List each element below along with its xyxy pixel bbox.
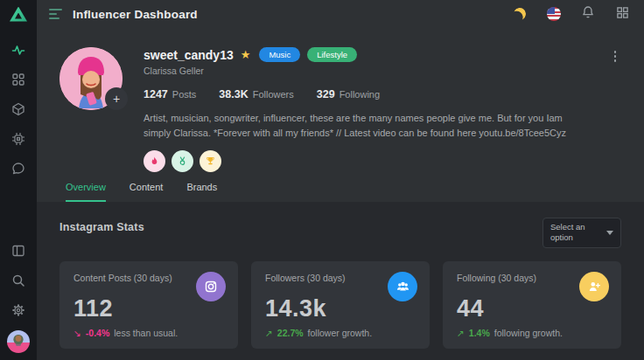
card-footer: ↘ -0.4% less than usual. bbox=[74, 328, 178, 338]
flame-badge-icon bbox=[144, 150, 165, 172]
app-root: Influencer Dashboard bbox=[0, 0, 644, 360]
user-avatar[interactable] bbox=[7, 330, 30, 353]
sidebar-item-activity[interactable] bbox=[0, 37, 37, 66]
sidebar-nav bbox=[0, 37, 37, 185]
medal-badge-icon bbox=[172, 150, 193, 172]
layout-panel-icon bbox=[11, 244, 25, 261]
chat-bubble-icon bbox=[11, 162, 25, 179]
stat-posts-value: 1247 bbox=[144, 88, 168, 100]
stat-followers-value: 38.3K bbox=[219, 88, 248, 100]
change-value: 22.7% bbox=[277, 328, 304, 338]
stat-followers: 38.3K Followers bbox=[219, 88, 293, 100]
main-area: Influencer Dashboard bbox=[37, 0, 644, 360]
star-icon: ★ bbox=[241, 48, 251, 61]
trend-down-icon: ↘ bbox=[74, 328, 81, 338]
bell-icon bbox=[581, 5, 595, 23]
option-select[interactable]: Select an option bbox=[542, 218, 621, 248]
notifications-button[interactable] bbox=[580, 6, 596, 22]
stat-following-label: Following bbox=[340, 89, 380, 100]
option-select-value: Select an option bbox=[550, 222, 599, 244]
triangle-logo-icon bbox=[10, 7, 27, 22]
sidebar bbox=[0, 0, 37, 360]
sidebar-item-messages[interactable] bbox=[0, 156, 37, 185]
stat-following-value: 329 bbox=[317, 88, 335, 100]
profile-bio: Artist, musician, songwriter, influencer… bbox=[144, 111, 581, 141]
tag-music: Music bbox=[259, 47, 300, 62]
sidebar-item-settings[interactable] bbox=[0, 297, 37, 327]
profile-stats: 1247 Posts 38.3K Followers 329 Following bbox=[144, 88, 581, 100]
profile-menu-button[interactable] bbox=[609, 47, 622, 66]
trophy-badge-icon bbox=[200, 150, 221, 172]
tab-content[interactable]: Content bbox=[130, 182, 164, 202]
change-desc: following growth. bbox=[494, 328, 563, 338]
dark-mode-toggle[interactable] bbox=[512, 6, 528, 22]
profile-avatar-wrap: + bbox=[60, 47, 122, 110]
profile-name-row: sweet_candy13 ★ Music Lifestyle bbox=[144, 47, 581, 62]
card-value: 44 bbox=[457, 295, 607, 322]
full-name: Clarissa Geller bbox=[144, 66, 581, 76]
card-value: 112 bbox=[74, 295, 224, 322]
change-desc: less than usual. bbox=[114, 328, 178, 338]
activity-icon bbox=[11, 43, 25, 60]
change-value: 1.4% bbox=[469, 328, 490, 338]
profile-info: sweet_candy13 ★ Music Lifestyle Clarissa… bbox=[144, 47, 581, 172]
stat-following: 329 Following bbox=[317, 88, 380, 100]
stat-followers-label: Followers bbox=[253, 89, 294, 100]
sidebar-item-layout[interactable] bbox=[0, 238, 37, 267]
caret-down-icon bbox=[606, 231, 613, 235]
change-desc: follower growth. bbox=[308, 328, 373, 338]
sidebar-item-search[interactable] bbox=[0, 267, 37, 297]
cube-icon bbox=[11, 102, 25, 120]
card-footer: ↗ 1.4% following growth. bbox=[457, 328, 563, 338]
section-title: Instagram Stats bbox=[60, 221, 144, 233]
language-selector[interactable] bbox=[546, 6, 562, 22]
change-value: -0.4% bbox=[86, 328, 109, 338]
sidebar-item-integrations[interactable] bbox=[0, 126, 37, 156]
achievement-badges bbox=[144, 150, 581, 172]
tab-overview[interactable]: Overview bbox=[66, 182, 106, 202]
username: sweet_candy13 bbox=[144, 48, 234, 62]
people-group-icon bbox=[388, 272, 417, 301]
chip-icon bbox=[11, 132, 25, 149]
add-story-button[interactable]: + bbox=[105, 87, 128, 110]
sidebar-item-dashboard[interactable] bbox=[0, 66, 37, 96]
sidebar-bottom bbox=[0, 238, 37, 360]
app-logo[interactable] bbox=[0, 0, 37, 28]
top-bar: Influencer Dashboard bbox=[37, 0, 644, 28]
person-add-icon bbox=[579, 272, 609, 301]
search-icon bbox=[11, 273, 25, 291]
tab-bar: Overview Content Brands bbox=[37, 182, 644, 202]
stat-cards-row: Content Posts (30 days) 112 ↘ -0.4% less… bbox=[60, 261, 621, 349]
content-panel: Instagram Stats Select an option Content… bbox=[37, 202, 644, 360]
apps-button[interactable] bbox=[614, 6, 630, 22]
trend-up-icon: ↗ bbox=[265, 328, 273, 338]
gear-icon bbox=[11, 303, 25, 321]
card-following: Following (30 days) 44 ↗ 1.4% following … bbox=[443, 261, 621, 349]
profile-header: + sweet_candy13 ★ Music Lifestyle Claris… bbox=[37, 28, 644, 172]
card-footer: ↗ 22.7% follower growth. bbox=[265, 328, 372, 338]
stat-posts-label: Posts bbox=[172, 89, 197, 100]
apps-grid-icon bbox=[616, 6, 629, 23]
grid-icon bbox=[11, 73, 25, 90]
card-followers: Followers (30 days) 14.3k ↗ 22.7% follow… bbox=[251, 261, 430, 349]
trend-up-icon: ↗ bbox=[457, 328, 465, 338]
stat-posts: 1247 Posts bbox=[144, 88, 196, 100]
menu-toggle-button[interactable] bbox=[49, 6, 62, 22]
card-content-posts: Content Posts (30 days) 112 ↘ -0.4% less… bbox=[60, 261, 238, 349]
tag-lifestyle: Lifestyle bbox=[307, 47, 357, 62]
section-header: Instagram Stats Select an option bbox=[60, 218, 621, 248]
page-title: Influencer Dashboard bbox=[73, 8, 198, 21]
us-flag-icon bbox=[547, 7, 561, 21]
tab-brands[interactable]: Brands bbox=[186, 182, 217, 202]
instagram-icon bbox=[196, 272, 226, 301]
topbar-actions bbox=[512, 6, 630, 22]
moon-icon bbox=[513, 7, 527, 21]
sidebar-item-packages[interactable] bbox=[0, 96, 37, 126]
card-value: 14.3k bbox=[265, 295, 416, 322]
